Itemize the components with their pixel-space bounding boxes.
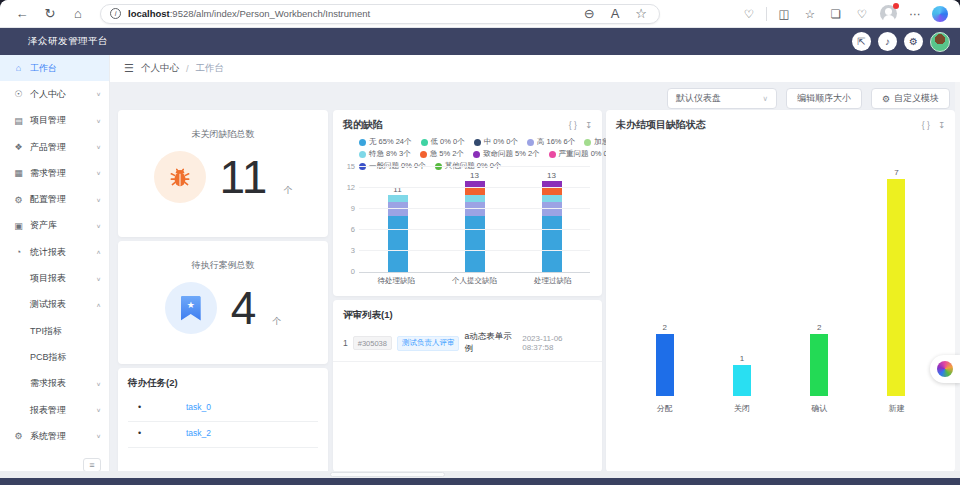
more-menu-icon[interactable]: ⋯: [904, 3, 926, 25]
chevron-down-icon: ∨: [96, 144, 101, 150]
sidebar-item-报表管理[interactable]: 报表管理∨: [0, 397, 109, 423]
review-name: a动态表单示例: [464, 331, 517, 355]
horizontal-scrollbar-thumb[interactable]: [330, 472, 445, 477]
edit-order-label: 编辑顺序大小: [797, 92, 851, 105]
edit-order-button[interactable]: 编辑顺序大小: [786, 88, 862, 109]
sidebar-item-资产库[interactable]: ▣资产库∨: [0, 213, 109, 239]
y-axis-tick: 0: [351, 267, 355, 276]
legend-item[interactable]: 中 0% 0个: [474, 137, 518, 147]
status-bar-分配[interactable]: 2: [656, 334, 674, 396]
zoom-out-icon[interactable]: ⊖: [584, 3, 595, 25]
refresh-icon[interactable]: ↻: [39, 3, 61, 25]
favorite-star-icon[interactable]: ☆: [635, 3, 647, 25]
sidebar-item-label: TPI指标: [30, 325, 101, 338]
status-bar-确认[interactable]: 2: [810, 334, 828, 396]
toolbar-divider: [766, 7, 767, 21]
review-row[interactable]: 1#305038测试负责人评审a动态表单示例2023-11-06 08:37:5…: [333, 328, 602, 362]
user-avatar[interactable]: [930, 32, 950, 52]
legend-item[interactable]: 低 0% 0个: [421, 137, 465, 147]
site-info-icon[interactable]: i: [110, 8, 121, 19]
legend-item[interactable]: 高 16% 6个: [527, 137, 575, 147]
sidebar-item-系统管理[interactable]: ⚙系统管理∨: [0, 423, 109, 449]
todo-task-link[interactable]: task_2: [186, 428, 211, 438]
bar-segment-特急: [465, 195, 485, 202]
todo-task-link[interactable]: task_0: [186, 402, 211, 412]
bookmark-star-icon: ★: [165, 282, 217, 334]
my-defects-plot: 111313 03691215: [359, 168, 590, 273]
sidebar-collapse-icon[interactable]: ≡: [83, 458, 101, 472]
ai-assistant-button[interactable]: [930, 355, 960, 383]
legend-label: 无 65% 24个: [369, 137, 412, 147]
chevron-down-icon: ∨: [96, 381, 101, 387]
home-icon[interactable]: ⌂: [67, 3, 89, 25]
settings-gear-icon[interactable]: ⚙: [904, 32, 923, 51]
status-bar-新建[interactable]: 7: [887, 179, 905, 396]
legend-label: 中 0% 0个: [484, 137, 518, 147]
stacked-bar-待处理缺陷[interactable]: 11: [388, 195, 408, 272]
breadcrumb-parent[interactable]: 个人中心: [141, 62, 179, 75]
todo-card: 待办任务(2) •task_0•task_2: [118, 368, 328, 477]
dashboard-select[interactable]: 默认仪表盘 ∨: [667, 88, 777, 109]
defect-total-unit: 个: [283, 184, 292, 197]
x-axis-label: 关闭: [734, 403, 750, 414]
split-screen-icon[interactable]: ◫: [773, 3, 795, 25]
sidebar-item-测试报表[interactable]: 测试报表∧: [0, 292, 109, 318]
review-list-card: 评审列表(1) 1#305038测试负责人评审a动态表单示例2023-11-06…: [333, 300, 602, 472]
embed-code-icon[interactable]: { }: [922, 120, 930, 130]
bar-segment-无: [388, 216, 408, 272]
report-icon: ◔: [13, 247, 24, 257]
stacked-bar-处理过缺陷[interactable]: 13: [542, 181, 562, 272]
favorites-bar-icon[interactable]: ☆: [799, 3, 821, 25]
browser-profile-avatar[interactable]: [880, 5, 897, 22]
legend-label: 高 16% 6个: [537, 137, 575, 147]
custom-module-label: 自定义模块: [894, 92, 939, 105]
legend-item[interactable]: 致命问题 5% 2个: [473, 149, 540, 159]
legend-dot-icon: [527, 139, 534, 146]
collections-icon[interactable]: ❏: [825, 3, 847, 25]
embed-code-icon[interactable]: { }: [569, 120, 577, 130]
reader-icon[interactable]: A: [611, 3, 620, 25]
legend-item[interactable]: 无 65% 24个: [359, 137, 412, 147]
stacked-bar-个人提交缺陷[interactable]: 13: [465, 181, 485, 272]
review-id-tag: #305038: [353, 336, 392, 350]
sidebar-item-PCB指标[interactable]: PCB指标: [0, 344, 109, 370]
legend-item[interactable]: 特急 8% 3个: [359, 149, 411, 159]
legend-dot-icon: [549, 151, 556, 158]
chevron-down-icon: ∨: [96, 196, 101, 202]
custom-module-button[interactable]: ⚙ 自定义模块: [871, 88, 950, 109]
url-host: localhost: [128, 8, 170, 19]
download-icon[interactable]: ↧: [585, 120, 592, 130]
bar-value-label: 7: [894, 168, 898, 179]
shopping-icon[interactable]: ♡: [851, 3, 873, 25]
sidebar-item-需求管理[interactable]: ▦需求管理∨: [0, 160, 109, 186]
bar-total-label: 13: [547, 171, 556, 181]
status-bar-关闭[interactable]: 1: [733, 365, 751, 396]
bell-icon[interactable]: ♪: [878, 32, 897, 51]
bar-segment-特急: [388, 195, 408, 202]
sidebar-item-统计报表[interactable]: ◔统计报表∧: [0, 239, 109, 265]
address-bar[interactable]: i localhost:9528/alm/index/Person_Workbe…: [100, 4, 660, 24]
copilot-icon[interactable]: [932, 6, 948, 22]
sidebar-item-项目报表[interactable]: 项目报表∨: [0, 265, 109, 291]
share-user-icon[interactable]: ⇱: [852, 32, 871, 51]
sidebar-item-项目管理[interactable]: ▤项目管理∨: [0, 108, 109, 134]
sidebar-item-工作台[interactable]: ⌂工作台: [0, 55, 109, 81]
sidebar-item-label: 需求报表: [30, 377, 96, 390]
gear-icon: ⚙: [882, 94, 890, 104]
legend-item[interactable]: 急 5% 2个: [420, 149, 464, 159]
url-path: :9528/alm/index/Person_Workbench/Instrum…: [170, 8, 371, 19]
sidebar-item-label: 报表管理: [30, 404, 96, 417]
chevron-down-icon: ∨: [96, 118, 101, 124]
sidebar-item-产品管理[interactable]: ❖产品管理∨: [0, 134, 109, 160]
vertical-scrollbar[interactable]: [955, 82, 960, 471]
header-actions: ⇱ ♪ ⚙: [852, 32, 950, 52]
back-icon[interactable]: ←: [11, 3, 33, 25]
menu-toggle-icon[interactable]: ☰: [124, 62, 134, 75]
x-axis-label: 待处理缺陷: [378, 276, 416, 286]
sidebar-item-需求报表[interactable]: 需求报表∨: [0, 371, 109, 397]
download-icon[interactable]: ↧: [938, 120, 945, 130]
sidebar-item-配置管理[interactable]: ⚙配置管理∨: [0, 186, 109, 212]
sidebar-item-个人中心[interactable]: ☉个人中心∨: [0, 81, 109, 107]
browser-essentials-icon[interactable]: ♡: [738, 3, 760, 25]
sidebar-item-TPI指标[interactable]: TPI指标: [0, 318, 109, 344]
